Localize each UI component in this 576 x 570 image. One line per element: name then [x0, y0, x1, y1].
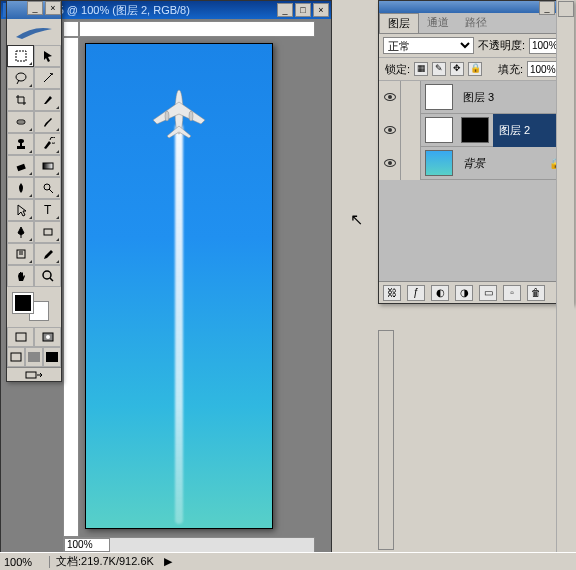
scrollbar-horizontal[interactable]: 100%	[63, 537, 315, 553]
ruler-vertical[interactable]	[63, 37, 79, 537]
canvas[interactable]	[85, 43, 273, 529]
visibility-toggle[interactable]	[379, 81, 401, 114]
svg-rect-17	[16, 164, 25, 171]
svg-rect-32	[28, 352, 40, 362]
foreground-color-swatch[interactable]	[13, 293, 33, 313]
tab-channels[interactable]: 通道	[419, 13, 457, 33]
panel-blend-row: 正常 不透明度: 100% ▸	[379, 34, 573, 58]
lock-transparency-button[interactable]: ▦	[414, 62, 428, 76]
color-swatches[interactable]	[7, 287, 61, 327]
minimize-button[interactable]: _	[277, 3, 293, 17]
layer-row[interactable]: 图层 2	[379, 114, 573, 147]
tool-heal[interactable]	[7, 111, 34, 133]
status-zoom[interactable]: 100%	[0, 556, 50, 568]
toolbox-min-button[interactable]: _	[27, 1, 43, 15]
cursor-icon: ↖	[350, 210, 363, 229]
layer-thumbnail[interactable]	[425, 84, 453, 110]
add-mask-button[interactable]: ◐	[431, 285, 449, 301]
tool-notes[interactable]	[7, 243, 34, 265]
tool-hand[interactable]	[7, 265, 34, 287]
fill-label: 填充:	[498, 62, 523, 77]
svg-point-30	[46, 335, 50, 339]
tool-gradient[interactable]	[34, 155, 61, 177]
visibility-toggle[interactable]	[379, 147, 401, 180]
layer-thumbnail[interactable]	[425, 150, 453, 176]
toolbox-jump-button[interactable]	[7, 367, 61, 381]
tool-marquee[interactable]	[7, 45, 34, 67]
layer-row[interactable]: 背景🔒	[379, 147, 573, 180]
layer-name[interactable]: 图层 3	[463, 90, 494, 105]
blend-mode-select[interactable]: 正常	[383, 37, 474, 54]
contrail-art	[175, 124, 183, 524]
screen-full-menu-button[interactable]	[25, 347, 43, 367]
tool-pen[interactable]	[7, 221, 34, 243]
eye-icon	[384, 159, 396, 167]
svg-rect-33	[46, 352, 58, 362]
svg-point-9	[51, 73, 53, 75]
eye-icon	[384, 93, 396, 101]
tool-eyedropper[interactable]	[34, 243, 61, 265]
lock-position-button[interactable]: ✥	[450, 62, 464, 76]
tool-move[interactable]	[34, 45, 61, 67]
lock-pixels-button[interactable]: ✎	[432, 62, 446, 76]
new-group-button[interactable]: ▭	[479, 285, 497, 301]
tool-shape[interactable]	[34, 221, 61, 243]
tool-wand[interactable]	[34, 67, 61, 89]
status-menu-arrow[interactable]: ▶	[164, 555, 172, 568]
tab-paths[interactable]: 路径	[457, 13, 495, 33]
tool-path-select[interactable]	[7, 199, 34, 221]
layer-thumbnail[interactable]	[425, 117, 453, 143]
svg-rect-22	[44, 229, 52, 235]
toolbox-header[interactable]: _ ×	[7, 1, 61, 19]
status-bar: 100% 文档:219.7K/912.6K ▶	[0, 552, 576, 570]
screen-standard-button[interactable]	[7, 347, 25, 367]
new-adjustment-button[interactable]: ◑	[455, 285, 473, 301]
panel-tabs: 图层 通道 路径 ▸	[379, 13, 573, 34]
zoom-input[interactable]: 100%	[64, 538, 110, 552]
layer-mask-thumbnail[interactable]	[461, 117, 489, 143]
tool-blur[interactable]	[7, 177, 34, 199]
link-col[interactable]	[401, 81, 421, 114]
layer-style-button[interactable]: ƒ	[407, 285, 425, 301]
tool-eraser[interactable]	[7, 155, 34, 177]
panel-scrollbar[interactable]	[378, 330, 394, 550]
ruler-horizontal[interactable]	[79, 21, 315, 37]
tool-lasso[interactable]	[7, 67, 34, 89]
panel-header[interactable]: _ ×	[379, 1, 573, 13]
svg-point-11	[18, 121, 19, 122]
tool-history-brush[interactable]	[34, 133, 61, 155]
app-logo	[7, 19, 61, 45]
visibility-toggle[interactable]	[379, 114, 401, 147]
layer-row[interactable]: 图层 3	[379, 81, 573, 114]
svg-text:T: T	[44, 203, 52, 217]
svg-rect-18	[43, 163, 53, 169]
svg-rect-7	[16, 51, 26, 61]
tool-dodge[interactable]	[34, 177, 61, 199]
tool-type[interactable]: T	[34, 199, 61, 221]
new-layer-button[interactable]: ▫	[503, 285, 521, 301]
close-button[interactable]: ×	[313, 3, 329, 17]
lock-all-button[interactable]: 🔒	[468, 62, 482, 76]
tool-stamp[interactable]	[7, 133, 34, 155]
tool-zoom[interactable]	[34, 265, 61, 287]
toolbox-close-button[interactable]: ×	[45, 1, 61, 15]
quickmask-mode-button[interactable]	[34, 327, 61, 347]
maximize-button[interactable]: □	[295, 3, 311, 17]
window-scrollbar-right[interactable]	[556, 0, 574, 552]
link-layers-button[interactable]: ⛓	[383, 285, 401, 301]
tool-slice[interactable]	[34, 89, 61, 111]
standard-mode-button[interactable]	[7, 327, 34, 347]
delete-layer-button[interactable]: 🗑	[527, 285, 545, 301]
layer-name[interactable]: 图层 2	[499, 123, 530, 138]
tool-crop[interactable]	[7, 89, 34, 111]
link-col[interactable]	[401, 114, 421, 147]
link-col[interactable]	[401, 147, 421, 180]
screen-full-button[interactable]	[43, 347, 61, 367]
tab-layers[interactable]: 图层	[379, 13, 419, 33]
scroll-up-button[interactable]	[558, 1, 574, 17]
scroll-track-h[interactable]	[110, 538, 314, 552]
opacity-label: 不透明度:	[478, 38, 525, 53]
tool-brush[interactable]	[34, 111, 61, 133]
svg-point-8	[16, 73, 26, 81]
layer-name[interactable]: 背景	[463, 156, 485, 171]
